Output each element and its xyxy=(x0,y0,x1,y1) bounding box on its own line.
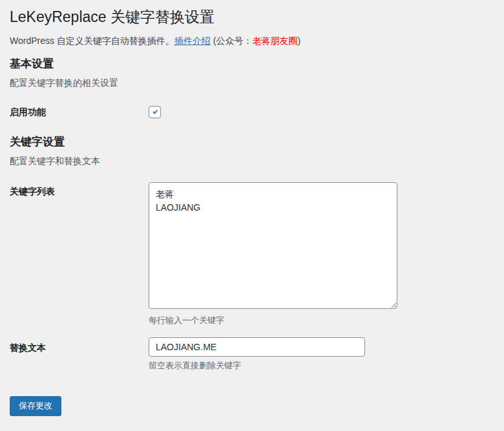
submit-row: 保存更改 xyxy=(10,371,491,415)
replace-input[interactable] xyxy=(149,337,365,357)
form-row-keywords: 关键字列表 老蒋 LAOJIANG 每行输入一个关键字 xyxy=(10,168,491,326)
page-title: LeKeyReplace 关键字替换设置 xyxy=(10,8,491,26)
plugin-intro-link[interactable]: 插件介绍 xyxy=(174,36,211,46)
keywords-hint: 每行输入一个关键字 xyxy=(149,315,491,326)
form-row-enable: 启用功能 xyxy=(10,90,491,119)
enable-label: 启用功能 xyxy=(10,106,149,119)
enable-checkbox[interactable] xyxy=(149,106,161,118)
subtitle-suffix: ) xyxy=(297,36,300,46)
subtitle-mid: (公众号： xyxy=(211,36,253,46)
check-icon xyxy=(151,108,159,116)
section-heading-basic: 基本设置 xyxy=(10,57,491,71)
page-subtitle: WordPress 自定义关键字自动替换插件。插件介绍 (公众号：老蒋朋友圈) xyxy=(10,36,491,47)
replace-hint: 留空表示直接删除关键字 xyxy=(149,361,491,372)
settings-page: LeKeyReplace 关键字替换设置 WordPress 自定义关键字自动替… xyxy=(0,0,504,416)
form-row-replace: 替换文本 留空表示直接删除关键字 xyxy=(10,326,491,372)
subtitle-text: WordPress 自定义关键字自动替换插件。 xyxy=(10,36,174,46)
replace-label: 替换文本 xyxy=(10,337,149,355)
section-desc-keywords: 配置关键字和替换文本 xyxy=(10,155,491,168)
section-heading-keywords: 关键字设置 xyxy=(10,135,491,149)
keywords-textarea[interactable]: 老蒋 LAOJIANG xyxy=(149,182,397,309)
save-button[interactable]: 保存更改 xyxy=(10,396,61,415)
wechat-account-name: 老蒋朋友圈 xyxy=(252,36,297,46)
section-desc-basic: 配置关键字替换的相关设置 xyxy=(10,77,491,90)
keywords-label: 关键字列表 xyxy=(10,182,149,198)
